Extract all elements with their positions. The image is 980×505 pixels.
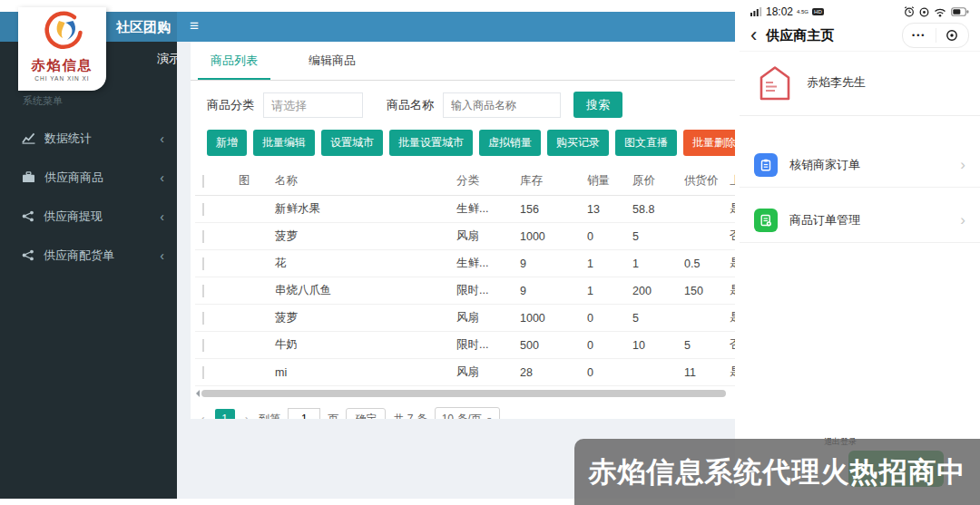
- top-navbar: ≡: [177, 12, 735, 42]
- cell-on-shelf: 是: [722, 364, 735, 380]
- share-icon: [22, 249, 34, 261]
- category-filter-label: 商品分类: [207, 97, 254, 113]
- action-button[interactable]: 批量编辑: [253, 130, 315, 156]
- caret-down-icon: ▼: [486, 416, 493, 420]
- page-size-value: 10 条/页: [442, 412, 482, 420]
- chart-line-icon: [22, 132, 35, 144]
- chevron-left-icon: ‹: [160, 131, 164, 146]
- cell-supply-price: 11: [677, 366, 722, 379]
- briefcase-icon: [22, 171, 35, 183]
- column-header-on-shelf: 上架: [722, 173, 735, 189]
- action-button[interactable]: 批量设置城市: [389, 130, 473, 156]
- sidebar-item-supplier-dispatch[interactable]: 供应商配货单 ‹: [0, 236, 177, 275]
- back-chevron-icon[interactable]: ‹: [750, 22, 757, 49]
- action-button[interactable]: 购买记录: [547, 130, 609, 156]
- sidebar-item-supplier-withdraw[interactable]: 供应商提现 ‹: [0, 197, 177, 236]
- pagination-goto-input[interactable]: [288, 408, 320, 419]
- network-type-label: 4.5G: [797, 9, 808, 15]
- menu-item-label: 核销商家订单: [789, 157, 960, 173]
- close-target-icon[interactable]: [936, 29, 969, 42]
- more-menu-icon[interactable]: •••: [903, 31, 936, 40]
- cell-category: 生鲜...: [449, 256, 513, 271]
- product-table: 图 名称 分类 库存 销量 原价 供货价 上架 新鲜水果 生鲜... 156 1…: [195, 167, 735, 386]
- pagination-confirm-button[interactable]: 确定: [346, 408, 386, 419]
- sidebar-item-data-stats[interactable]: 数据统计 ‹: [0, 119, 177, 158]
- row-checkbox[interactable]: [202, 366, 204, 379]
- scrollbar-thumb[interactable]: [201, 390, 726, 397]
- category-select[interactable]: 请选择: [263, 92, 363, 118]
- page-size-select[interactable]: 10 条/页 ▼: [435, 407, 500, 419]
- order-doc-icon: [754, 209, 778, 232]
- cell-stock: 28: [513, 366, 580, 379]
- app-title: 社区团购: [116, 19, 171, 34]
- signal-icon: [750, 7, 762, 16]
- tab-product-list[interactable]: 商品列表: [198, 42, 270, 80]
- cell-stock: 1000: [513, 312, 580, 325]
- action-button[interactable]: 新增: [207, 130, 247, 156]
- pagination-next-button[interactable]: ›: [242, 412, 252, 419]
- mobile-nav-bar: ‹ 供应商主页 •••: [740, 20, 980, 52]
- clipboard-icon: [754, 153, 778, 177]
- menu-gap: [740, 188, 980, 199]
- battery-icon: [951, 7, 969, 16]
- miniprogram-capsule: •••: [902, 23, 969, 48]
- cell-on-shelf: 否: [722, 337, 735, 353]
- search-button[interactable]: 搜索: [573, 92, 622, 118]
- pagination-total: 共 7 条: [393, 412, 426, 420]
- row-checkbox[interactable]: [202, 339, 204, 352]
- row-checkbox[interactable]: [202, 230, 204, 243]
- sidebar: 系统菜单 数据统计 ‹ 供应商商品 ‹ 供应商提现 ‹ 供应商配货单 ‹: [0, 42, 177, 499]
- select-all-checkbox[interactable]: [202, 175, 204, 188]
- column-header-supply-price: 供货价: [677, 173, 722, 189]
- hamburger-menu-icon[interactable]: ≡: [190, 17, 199, 35]
- row-checkbox[interactable]: [202, 285, 204, 297]
- menu-item-product-orders[interactable]: 商品订单管理 ›: [740, 199, 980, 243]
- sidebar-item-supplier-products[interactable]: 供应商商品 ‹: [0, 158, 177, 197]
- tab-edit-product[interactable]: 编辑商品: [296, 42, 368, 80]
- sidebar-section-label: 系统菜单: [23, 94, 177, 108]
- action-button[interactable]: 图文直播: [615, 130, 677, 156]
- cell-category: 限时...: [449, 337, 513, 353]
- product-panel: 商品列表 编辑商品 商品分类 请选择 商品名称 搜索 新增批量编辑设置城市批量设…: [191, 42, 735, 419]
- scroll-left-arrow-icon[interactable]: [192, 390, 200, 397]
- hd-icon: HD: [812, 8, 824, 15]
- action-button[interactable]: 设置城市: [321, 130, 383, 156]
- action-button[interactable]: 批量删除: [683, 130, 735, 156]
- category-select-value: 请选择: [271, 99, 307, 112]
- cell-sales: 1: [580, 257, 625, 270]
- cell-stock: 156: [513, 203, 580, 216]
- cell-price: 200: [625, 285, 677, 297]
- pagination-goto-unit: 页: [328, 412, 338, 420]
- chevron-left-icon: ‹: [160, 248, 164, 263]
- mobile-mini-program: 18:02 4.5G HD ‹ 供应商主页 ••• 赤焰李先生: [740, 0, 980, 505]
- sidebar-item-label: 供应商商品: [44, 170, 160, 186]
- row-checkbox[interactable]: [202, 203, 204, 216]
- product-name-input[interactable]: [443, 92, 561, 118]
- wifi-icon: [934, 7, 946, 17]
- brand-subtitle: CHI YAN XIN XI: [18, 75, 106, 82]
- cell-category: 风扇: [449, 228, 513, 244]
- cell-category: 风扇: [449, 364, 513, 380]
- cell-price: 10: [625, 339, 677, 352]
- sidebar-item-label: 供应商配货单: [44, 248, 160, 264]
- pagination-prev-button[interactable]: ‹: [198, 412, 208, 419]
- action-button[interactable]: 虚拟销量: [479, 130, 541, 156]
- cell-category: 风扇: [449, 310, 513, 325]
- row-checkbox[interactable]: [202, 312, 204, 325]
- menu-item-verify-orders[interactable]: 核销商家订单 ›: [740, 143, 980, 188]
- tab-bar: 商品列表 编辑商品: [191, 42, 735, 81]
- cell-stock: 500: [513, 339, 580, 352]
- horizontal-scrollbar[interactable]: [192, 389, 735, 398]
- row-checkbox[interactable]: [202, 257, 204, 270]
- cell-on-shelf: 是: [722, 256, 735, 271]
- data-saver-icon: [919, 7, 929, 17]
- chevron-left-icon: ‹: [160, 209, 164, 224]
- pagination-current-page[interactable]: 1: [215, 409, 235, 419]
- cell-sales: 0: [580, 339, 625, 352]
- sidebar-item-label: 供应商提现: [44, 209, 160, 225]
- mobile-page-title: 供应商主页: [766, 27, 902, 44]
- column-header-sales: 销量: [580, 173, 625, 189]
- alarm-clock-icon: [904, 6, 915, 17]
- supplier-profile[interactable]: 赤焰李先生: [740, 52, 980, 116]
- column-header-stock: 库存: [513, 173, 580, 189]
